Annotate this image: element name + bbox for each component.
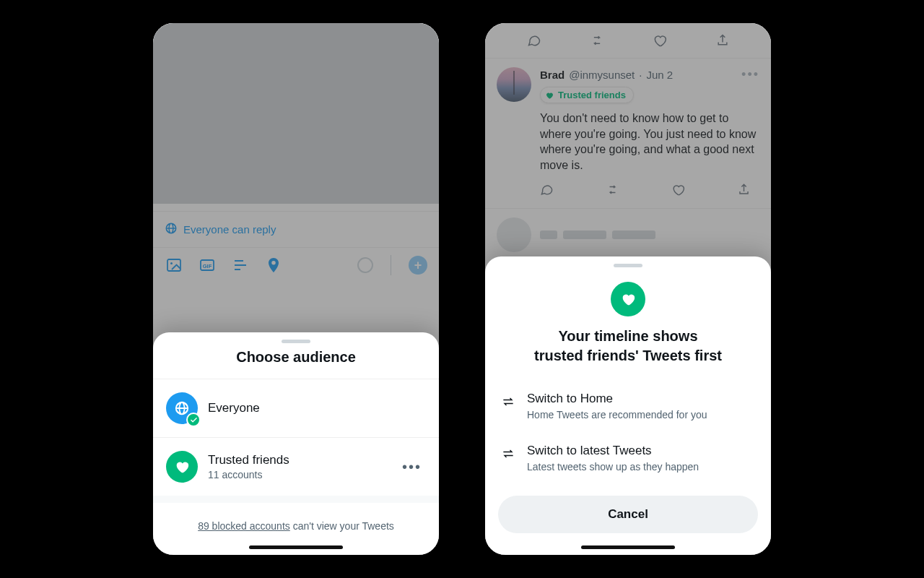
selected-check-icon [186,413,201,427]
timeline-sort-sheet: Your timeline shows trusted friends' Twe… [485,256,771,555]
heart-icon [611,282,645,316]
option-subtitle: 11 accounts [208,469,289,480]
blocked-accounts-footer: 89 blocked accounts can't view your Twee… [153,496,439,538]
option-title: Switch to latest Tweets [527,444,699,458]
option-title: Switch to Home [527,392,707,406]
swap-icon [501,447,515,464]
heart-icon [166,451,198,483]
swap-icon [501,394,515,412]
phone-compose-audience: Everyone can reply GIF + Choose audience [144,14,448,564]
phone-timeline-sort: Brad @inmysunset · Jun 2 ••• Trusted fri… [476,14,780,564]
sheet-title: Choose audience [153,349,439,366]
headline-line1: Your timeline shows [559,328,698,344]
more-icon[interactable]: ••• [402,459,426,475]
globe-icon [166,392,198,424]
blocked-accounts-link[interactable]: 89 blocked accounts [198,520,290,532]
cancel-button[interactable]: Cancel [498,496,758,533]
choose-audience-sheet: Choose audience Everyone Trusted friends… [153,332,439,555]
option-subtitle: Latest tweets show up as they happen [527,461,699,473]
audience-option-everyone[interactable]: Everyone [153,379,439,437]
headline-line2: trusted friends' Tweets first [534,348,722,363]
option-subtitle: Home Tweets are recommended for you [527,409,707,420]
option-label: Trusted friends [208,453,289,467]
footer-text: can't view your Tweets [290,520,394,532]
sheet-grabber[interactable] [282,340,310,343]
switch-to-latest-option[interactable]: Switch to latest Tweets Latest tweets sh… [485,432,771,484]
option-label: Everyone [208,401,260,415]
sheet-hero: Your timeline shows trusted friends' Twe… [485,273,771,380]
sheet-grabber[interactable] [614,264,642,267]
switch-to-home-option[interactable]: Switch to Home Home Tweets are recommend… [485,380,771,432]
audience-option-trusted-friends[interactable]: Trusted friends 11 accounts ••• [153,437,439,496]
